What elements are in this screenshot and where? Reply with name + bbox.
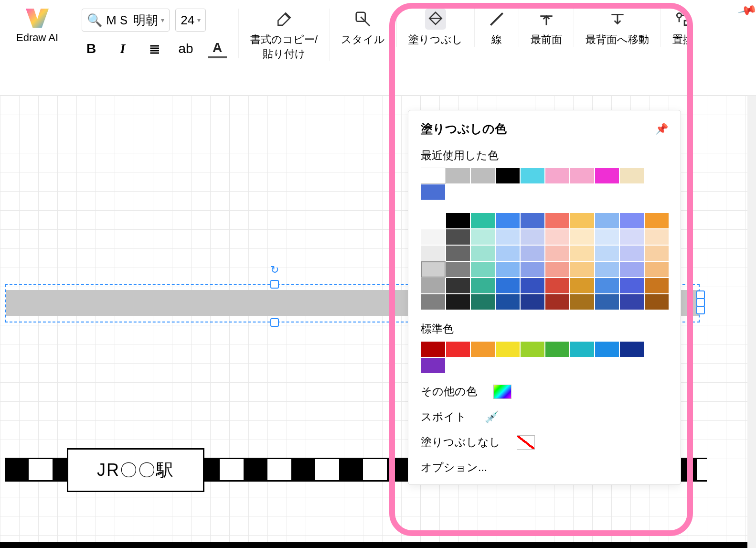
standard-color-swatch[interactable] (421, 341, 446, 357)
resize-handle-bottom[interactable] (270, 318, 279, 327)
recent-color-swatch[interactable] (421, 168, 446, 184)
palette-swatch[interactable] (421, 278, 446, 294)
palette-swatch[interactable] (545, 229, 570, 245)
station-label-box[interactable]: JR〇〇駅 (67, 448, 204, 492)
palette-swatch[interactable] (545, 294, 570, 310)
palette-swatch[interactable] (545, 213, 570, 229)
standard-color-swatch[interactable] (446, 341, 470, 357)
palette-swatch[interactable] (644, 229, 669, 245)
style-group[interactable]: スタイル (330, 9, 397, 47)
palette-swatch[interactable] (446, 278, 470, 294)
palette-swatch[interactable] (495, 213, 520, 229)
palette-swatch[interactable] (446, 213, 470, 229)
palette-swatch[interactable] (520, 294, 545, 310)
palette-swatch[interactable] (570, 278, 595, 294)
palette-swatch[interactable] (619, 261, 644, 278)
font-name-select[interactable]: 🔍 ＭＳ 明朝 ▾ (82, 9, 170, 32)
ai-group[interactable]: Edraw AI (5, 9, 70, 45)
options-row[interactable]: オプション... (421, 460, 668, 475)
standard-color-swatch[interactable] (545, 341, 570, 357)
recent-color-swatch[interactable] (545, 168, 570, 184)
resize-handle-stack-right[interactable] (696, 290, 705, 313)
palette-swatch[interactable] (644, 213, 669, 229)
standard-color-swatch[interactable] (520, 341, 545, 357)
recent-color-swatch[interactable] (421, 184, 446, 200)
palette-swatch[interactable] (545, 245, 570, 261)
replace-group[interactable]: 置換 (661, 9, 705, 47)
palette-swatch[interactable] (520, 245, 545, 261)
palette-swatch[interactable] (644, 245, 669, 261)
palette-swatch[interactable] (570, 245, 595, 261)
standard-color-swatch[interactable] (570, 341, 595, 357)
palette-swatch[interactable] (421, 261, 446, 278)
no-fill-row[interactable]: 塗りつぶしなし (421, 435, 668, 450)
palette-swatch[interactable] (495, 245, 520, 261)
rotate-handle-icon[interactable]: ↻ (270, 264, 279, 276)
palette-swatch[interactable] (545, 261, 570, 278)
palette-swatch[interactable] (446, 261, 470, 278)
palette-swatch[interactable] (644, 294, 669, 310)
recent-color-swatch[interactable] (520, 168, 545, 184)
resize-handle[interactable] (696, 306, 705, 314)
standard-color-swatch[interactable] (421, 357, 446, 374)
resize-handle-top[interactable] (270, 280, 279, 289)
palette-swatch[interactable] (644, 261, 669, 278)
palette-swatch[interactable] (470, 261, 495, 278)
palette-swatch[interactable] (619, 294, 644, 310)
palette-swatch[interactable] (421, 229, 446, 245)
palette-swatch[interactable] (619, 245, 644, 261)
more-colors-row[interactable]: その他の色 (421, 384, 668, 399)
palette-swatch[interactable] (545, 278, 570, 294)
recent-color-swatch[interactable] (595, 168, 619, 184)
palette-swatch[interactable] (595, 261, 619, 278)
standard-color-swatch[interactable] (595, 341, 619, 357)
fill-group[interactable]: 塗りつぶし (397, 9, 475, 47)
palette-swatch[interactable] (595, 294, 619, 310)
palette-swatch[interactable] (595, 278, 619, 294)
eyedropper-row[interactable]: スポイト 💉 (421, 409, 668, 424)
pin-icon[interactable]: 📌 (655, 123, 668, 135)
palette-swatch[interactable] (619, 229, 644, 245)
palette-swatch[interactable] (470, 229, 495, 245)
bold-button[interactable]: B (82, 39, 101, 58)
palette-swatch[interactable] (595, 229, 619, 245)
standard-color-swatch[interactable] (495, 341, 520, 357)
palette-swatch[interactable] (446, 245, 470, 261)
format-copy-group[interactable]: 書式のコピー/ 貼り付け (239, 9, 330, 61)
line-group[interactable]: 線 (475, 9, 519, 47)
font-color-button[interactable]: A (208, 39, 227, 58)
palette-swatch[interactable] (570, 294, 595, 310)
palette-swatch[interactable] (470, 278, 495, 294)
align-button[interactable]: ≣ (145, 39, 164, 58)
palette-swatch[interactable] (570, 261, 595, 278)
palette-swatch[interactable] (446, 229, 470, 245)
recent-color-swatch[interactable] (446, 168, 470, 184)
recent-color-swatch[interactable] (619, 168, 644, 184)
palette-swatch[interactable] (470, 294, 495, 310)
front-group[interactable]: 最前面 (519, 9, 574, 47)
palette-swatch[interactable] (495, 229, 520, 245)
back-group[interactable]: 最背面へ移動 (574, 9, 661, 47)
palette-swatch[interactable] (520, 213, 545, 229)
italic-button[interactable]: I (113, 39, 132, 58)
palette-swatch[interactable] (520, 261, 545, 278)
palette-swatch[interactable] (495, 278, 520, 294)
palette-swatch[interactable] (495, 294, 520, 310)
recent-color-swatch[interactable] (470, 168, 495, 184)
palette-swatch[interactable] (520, 278, 545, 294)
palette-swatch[interactable] (421, 245, 446, 261)
palette-swatch[interactable] (470, 213, 495, 229)
standard-color-swatch[interactable] (470, 341, 495, 357)
palette-swatch[interactable] (644, 278, 669, 294)
font-size-select[interactable]: 24 ▾ (175, 9, 206, 32)
palette-swatch[interactable] (421, 294, 446, 310)
palette-swatch[interactable] (570, 229, 595, 245)
palette-swatch[interactable] (495, 261, 520, 278)
standard-color-swatch[interactable] (619, 341, 644, 357)
palette-swatch[interactable] (595, 245, 619, 261)
palette-swatch[interactable] (520, 229, 545, 245)
palette-swatch[interactable] (570, 213, 595, 229)
palette-swatch[interactable] (421, 213, 446, 229)
recent-color-swatch[interactable] (495, 168, 520, 184)
palette-swatch[interactable] (619, 213, 644, 229)
